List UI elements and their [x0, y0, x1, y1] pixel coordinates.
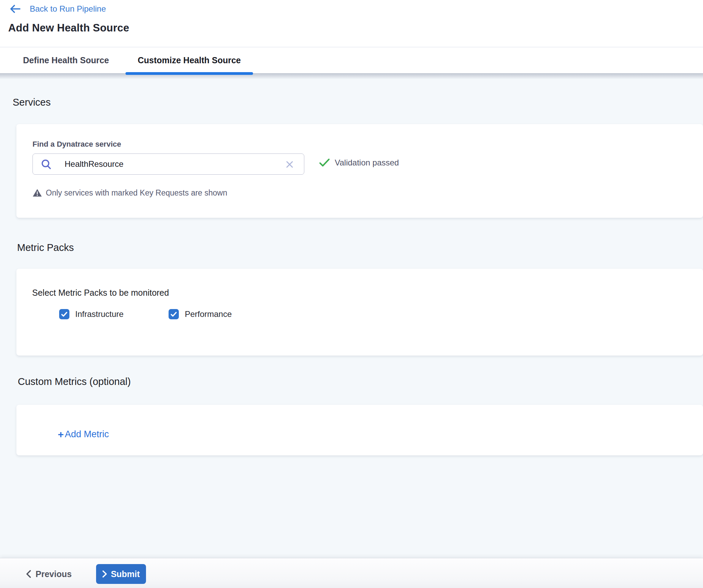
- back-arrow-icon: [9, 4, 21, 14]
- validation-text: Validation passed: [335, 158, 399, 168]
- page-title: Add New Health Source: [8, 22, 129, 34]
- add-metric-button[interactable]: + Add Metric: [58, 429, 109, 440]
- back-link-label: Back to Run Pipeline: [30, 4, 106, 14]
- find-service-label: Find a Dynatrace service: [32, 140, 121, 149]
- pack-label: Infrastructure: [75, 309, 123, 319]
- tab-define-health-source[interactable]: Define Health Source: [16, 48, 116, 73]
- chevron-right-icon: [102, 570, 107, 578]
- plus-icon: +: [58, 429, 64, 440]
- back-link[interactable]: Back to Run Pipeline: [9, 4, 106, 14]
- select-metric-packs-label: Select Metric Packs to be monitored: [32, 288, 169, 298]
- warning-icon: [32, 189, 42, 197]
- services-card: Find a Dynatrace service Validation pass…: [16, 124, 703, 218]
- tab-customize-health-source[interactable]: Customize Health Source: [125, 48, 253, 73]
- pack-label: Performance: [185, 309, 231, 319]
- warning-text: Only services with marked Key Requests a…: [46, 188, 227, 198]
- metric-packs-card: Select Metric Packs to be monitored Infr…: [16, 269, 703, 356]
- metric-pack-performance[interactable]: Performance: [169, 309, 231, 319]
- service-search-box: [32, 153, 304, 175]
- services-warning: Only services with marked Key Requests a…: [32, 188, 227, 198]
- active-tab-underline: [125, 72, 253, 75]
- checkbox-checked-icon[interactable]: [169, 309, 179, 319]
- previous-label: Previous: [36, 569, 72, 579]
- search-icon: [41, 159, 52, 170]
- page-header: Back to Run Pipeline Add New Health Sour…: [0, 0, 703, 47]
- add-metric-label: Add Metric: [65, 429, 109, 440]
- submit-button[interactable]: Submit: [96, 564, 146, 584]
- checkbox-checked-icon[interactable]: [59, 309, 69, 319]
- custom-metrics-heading: Custom Metrics (optional): [18, 376, 131, 387]
- health-source-tabbar: Define Health Source Customize Health So…: [0, 48, 703, 73]
- metric-pack-infrastructure[interactable]: Infrastructure: [59, 309, 123, 319]
- custom-metrics-card: + Add Metric: [16, 405, 703, 455]
- check-icon: [319, 158, 330, 167]
- previous-button[interactable]: Previous: [26, 566, 72, 582]
- submit-label: Submit: [111, 569, 140, 579]
- footer-bar: Previous Submit: [0, 558, 703, 588]
- validation-status: Validation passed: [319, 158, 399, 168]
- metric-packs-heading: Metric Packs: [17, 242, 74, 253]
- service-search-input[interactable]: [65, 159, 249, 169]
- tab-label: Define Health Source: [23, 55, 109, 65]
- metric-packs-row: Infrastructure Performance: [59, 309, 232, 319]
- clear-search-icon[interactable]: [285, 160, 294, 169]
- chevron-left-icon: [26, 570, 31, 578]
- tabbar-shadow: [0, 73, 703, 79]
- tab-label: Customize Health Source: [138, 55, 241, 65]
- services-heading: Services: [13, 97, 51, 108]
